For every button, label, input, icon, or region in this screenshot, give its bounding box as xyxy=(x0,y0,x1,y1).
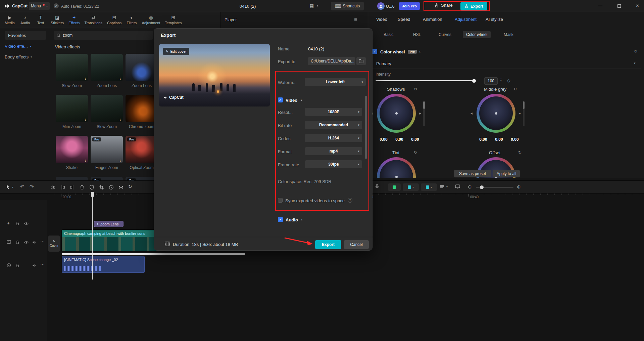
shortcuts-button[interactable]: ⌨ Shortcuts xyxy=(331,2,364,10)
toggle-magnetic[interactable]: ▾ xyxy=(403,183,419,191)
download-icon[interactable]: ↓ xyxy=(85,76,87,80)
subtab-hsl[interactable]: HSL xyxy=(410,31,424,38)
tab-effects[interactable]: ✦Effects xyxy=(66,12,82,28)
preview-axis-icon[interactable] xyxy=(455,184,460,189)
download-icon[interactable]: ↓ xyxy=(119,117,121,121)
name-value[interactable]: 0410 (2) xyxy=(308,46,324,51)
mic-icon[interactable] xyxy=(375,184,380,189)
save-as-preset-button[interactable]: Save as preset xyxy=(454,170,491,177)
tracks-icon[interactable] xyxy=(440,184,445,189)
panel-tab-ai-stylize[interactable]: AI stylize xyxy=(486,17,503,22)
menu-button[interactable]: Menu▾ xyxy=(29,2,50,10)
export-button-top[interactable]: Export xyxy=(460,2,487,10)
tab-filters[interactable]: ◐Filters xyxy=(124,12,139,28)
effect-tile[interactable]: Pro↓ xyxy=(126,136,158,163)
export-path-field[interactable]: C:/Users/DELL/AppDa... xyxy=(308,57,355,65)
tab-audio[interactable]: ♪Audio xyxy=(17,12,33,28)
effect-tile[interactable]: Pro↓ xyxy=(91,136,123,163)
chevron-up-icon[interactable]: ▴ xyxy=(419,50,420,53)
primary-select[interactable]: Primary xyxy=(376,61,391,66)
sidebar-item-video-effects[interactable]: Video effe...▾ xyxy=(5,44,31,49)
chevron-down-icon[interactable]: ▾ xyxy=(634,61,636,65)
reset-icon[interactable]: ↻ xyxy=(518,150,522,155)
maximize-button[interactable] xyxy=(617,4,621,8)
audio-section-checkbox[interactable]: ✓ xyxy=(278,217,283,222)
lock-icon[interactable] xyxy=(15,263,19,267)
effect-tile[interactable]: Pro xyxy=(91,177,123,180)
eye-icon[interactable] xyxy=(24,241,29,244)
playhead-handle[interactable] xyxy=(91,192,94,197)
luminance-slider[interactable] xyxy=(423,101,425,126)
rotate-tool[interactable]: ↻ xyxy=(128,184,132,189)
subtab-mask[interactable]: Mask xyxy=(500,31,517,38)
trim-right-tool[interactable] xyxy=(70,185,75,190)
sync-checkbox[interactable] xyxy=(278,198,283,203)
speed-tool[interactable] xyxy=(109,185,114,190)
join-pro-button[interactable]: Join Pro xyxy=(399,2,420,10)
subtab-curves[interactable]: Curves xyxy=(435,31,455,38)
framerate-select[interactable]: 30fps▾ xyxy=(305,160,362,168)
trim-left-tool[interactable] xyxy=(60,185,65,190)
tab-media[interactable]: ▶Media xyxy=(2,12,17,28)
select-tool-chevron[interactable]: ▾ xyxy=(12,186,13,189)
export-confirm-button[interactable]: Export xyxy=(315,240,341,249)
effect-tile[interactable]: ↓ xyxy=(56,136,88,163)
collapse-caret-icon[interactable]: ▴ xyxy=(301,98,302,101)
download-icon[interactable]: ↓ xyxy=(85,158,87,162)
effect-tile[interactable] xyxy=(56,177,88,180)
delete-tool[interactable] xyxy=(80,185,85,190)
timeline-zoom-knob[interactable] xyxy=(480,185,484,189)
tab-transitions[interactable]: ⇄Transitions xyxy=(82,12,105,28)
color-wheel-middle-grey[interactable] xyxy=(477,94,515,133)
codec-select[interactable]: H.264▾ xyxy=(305,134,362,142)
intensity-slider[interactable] xyxy=(376,80,476,81)
effect-clip[interactable]: ✦ Zoom Lens xyxy=(94,221,123,227)
lock-icon[interactable] xyxy=(15,240,19,244)
color-wheel-shadows[interactable] xyxy=(377,94,416,133)
bitrate-select[interactable]: Recommended▾ xyxy=(305,121,362,129)
sidebar-item-favorites[interactable]: Favorites xyxy=(5,31,46,40)
audio-clip[interactable]: [CINEMATIC] Scene change _02 xyxy=(62,256,145,273)
color-wheel-checkbox[interactable]: ✓ xyxy=(372,49,377,54)
mirror-tool[interactable] xyxy=(118,185,123,190)
share-button[interactable]: Share xyxy=(434,3,453,8)
effect-tile[interactable]: ↓ xyxy=(91,54,123,81)
reset-icon[interactable]: ↻ xyxy=(414,87,417,91)
panel-tab-speed[interactable]: Speed xyxy=(398,17,410,22)
speaker-icon[interactable] xyxy=(32,263,36,267)
tracks-chevron[interactable]: ▾ xyxy=(446,185,448,188)
minimize-button[interactable]: — xyxy=(598,3,602,8)
resolution-select[interactable]: 1080P▾ xyxy=(305,108,362,116)
effect-tile[interactable]: ↓ xyxy=(126,54,158,81)
effect-tile[interactable]: ↓ xyxy=(126,95,158,122)
zoom-in-icon[interactable]: ⊕ xyxy=(517,184,521,189)
intensity-stepper[interactable]: ▴▾ xyxy=(500,77,502,82)
keyframe-diamond-icon[interactable]: ◇ xyxy=(507,78,510,83)
split-tool[interactable] xyxy=(50,185,55,190)
dialog-scrollbar[interactable] xyxy=(365,96,367,159)
effect-tile[interactable]: ↓ xyxy=(91,95,123,122)
search-input[interactable]: zoom xyxy=(54,31,153,40)
watermark-select[interactable]: Lower left▾ xyxy=(305,78,366,86)
subtab-color-wheel[interactable]: Color wheel xyxy=(463,31,491,38)
tab-templates[interactable]: ⊞Templates xyxy=(162,12,184,28)
reset-icon[interactable]: ↻ xyxy=(414,150,417,155)
format-select[interactable]: mp4▾ xyxy=(305,147,362,155)
layout-chevron-icon[interactable]: ▾ xyxy=(317,4,318,7)
help-icon[interactable]: ? xyxy=(348,198,352,203)
panel-tab-adjustment[interactable]: Adjustment xyxy=(455,17,477,22)
chevron-right-icon[interactable]: ▸ xyxy=(519,111,521,116)
luminance-slider[interactable] xyxy=(523,101,525,126)
more-icon[interactable]: ⋯ xyxy=(40,262,45,267)
undo-button[interactable]: ↶ xyxy=(20,184,24,190)
browse-folder-button[interactable] xyxy=(356,57,366,65)
cancel-button[interactable]: Cancel xyxy=(344,240,369,249)
download-icon[interactable]: ↓ xyxy=(119,158,121,162)
reset-icon[interactable]: ↻ xyxy=(634,49,637,54)
close-button[interactable]: ✕ xyxy=(636,3,639,8)
toggle-auto-beats[interactable] xyxy=(388,183,401,191)
avatar[interactable] xyxy=(377,2,385,10)
tab-stickers[interactable]: ◪Stickers xyxy=(48,12,66,28)
edit-cover-button[interactable]: ✎ Edit cover xyxy=(163,48,189,55)
redo-button[interactable]: ↷ xyxy=(30,184,34,190)
